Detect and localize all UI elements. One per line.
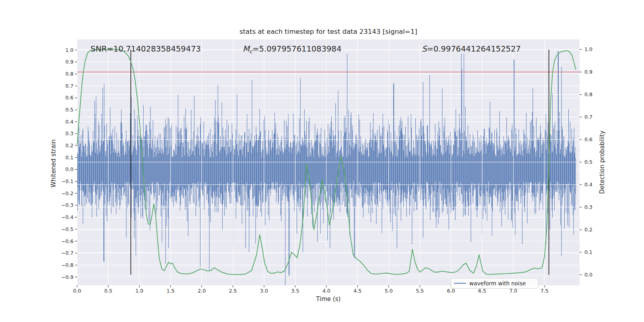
x-tick-label: 2.5 bbox=[229, 288, 237, 294]
x-tick-label: 5.5 bbox=[416, 288, 424, 294]
x-tick-label: 4.5 bbox=[353, 288, 361, 294]
y-left-tick-label: 0.2 bbox=[66, 142, 74, 149]
y-left-tick-label: −0.9 bbox=[61, 274, 73, 280]
y-left-tick-label: 0.3 bbox=[66, 130, 74, 136]
y-right-tick-label: 0.8 bbox=[584, 91, 592, 97]
y-right-tick-label: 0.5 bbox=[584, 159, 592, 165]
y-left-tick-label: −0.2 bbox=[61, 190, 73, 196]
y-right-tick-label: 0.2 bbox=[584, 227, 592, 233]
y-left-tick-label: −0.4 bbox=[61, 214, 73, 220]
y-left-tick-label: 0.6 bbox=[66, 95, 74, 101]
y-left-tick-label: 0.5 bbox=[66, 107, 74, 113]
y-axis-label-right: Detection probability bbox=[599, 130, 606, 194]
y-left-tick-label: 0.7 bbox=[66, 83, 74, 89]
y-right-tick-label: 1.0 bbox=[584, 46, 592, 52]
y-right-tick-label: 0.9 bbox=[584, 69, 592, 75]
y-left-tick-label: 0.9 bbox=[66, 59, 74, 65]
plot-area: 1.00.90.80.70.60.50.40.30.20.10.0−0.1−0.… bbox=[61, 39, 592, 294]
y-left-tick-label: 0.0 bbox=[66, 166, 74, 172]
y-right-tick-label: 0.4 bbox=[584, 182, 592, 188]
y-left-tick-label: −0.6 bbox=[61, 238, 73, 244]
y-left-tick-label: −0.1 bbox=[61, 178, 73, 184]
y-right-tick-label: 0.7 bbox=[584, 114, 592, 120]
x-tick-label: 0.5 bbox=[104, 288, 112, 294]
y-right-tick-label: 0.1 bbox=[584, 249, 592, 255]
y-left-tick-label: −0.8 bbox=[61, 262, 73, 268]
annotation-sigmoid: S=0.9976441264152527 bbox=[422, 44, 521, 54]
x-tick-label: 2.0 bbox=[198, 288, 206, 294]
annotation-chirp-mass: Mc=5.097957611083984 bbox=[243, 44, 341, 54]
y-right-tick-label: 0.0 bbox=[584, 272, 592, 278]
x-tick-label: 5.0 bbox=[385, 288, 393, 294]
x-tick-label: 1.5 bbox=[167, 288, 175, 294]
figure-svg: 1.00.90.80.70.60.50.40.30.20.10.0−0.1−0.… bbox=[0, 0, 644, 322]
y-left-tick-label: −0.7 bbox=[61, 250, 73, 256]
annotation-snr: SNR=10.714028358459473 bbox=[91, 44, 201, 54]
y-right-tick-label: 0.3 bbox=[584, 204, 592, 210]
x-axis-label: Time (s) bbox=[316, 295, 341, 303]
legend-label: waveform with noise bbox=[469, 280, 526, 287]
y-axis-label-left: Whitened strain bbox=[50, 139, 57, 187]
x-tick-label: 0.0 bbox=[73, 288, 81, 294]
x-tick-label: 4.0 bbox=[322, 288, 330, 294]
y-left-tick-label: 1.0 bbox=[66, 47, 74, 53]
y-left-tick-label: 0.1 bbox=[66, 155, 74, 161]
y-left-tick-label: 0.8 bbox=[66, 71, 74, 77]
y-left-tick-label: 0.4 bbox=[66, 119, 74, 125]
chart-title: stats at each timestep for test data 231… bbox=[239, 28, 417, 35]
x-tick-label: 3.0 bbox=[260, 288, 268, 294]
y-left-tick-label: −0.3 bbox=[61, 202, 73, 208]
x-tick-label: 3.5 bbox=[291, 288, 299, 294]
legend: waveform with noise bbox=[451, 278, 538, 289]
x-tick-label: 1.0 bbox=[135, 288, 143, 294]
stat-annotations: SNR=10.714028358459473Mc=5.0979576110839… bbox=[91, 44, 521, 54]
y-left-tick-label: −0.5 bbox=[61, 226, 73, 232]
x-tick-label: 7.5 bbox=[541, 288, 549, 294]
matplotlib-figure: 1.00.90.80.70.60.50.40.30.20.10.0−0.1−0.… bbox=[0, 0, 644, 322]
y-right-tick-label: 0.6 bbox=[584, 136, 592, 142]
